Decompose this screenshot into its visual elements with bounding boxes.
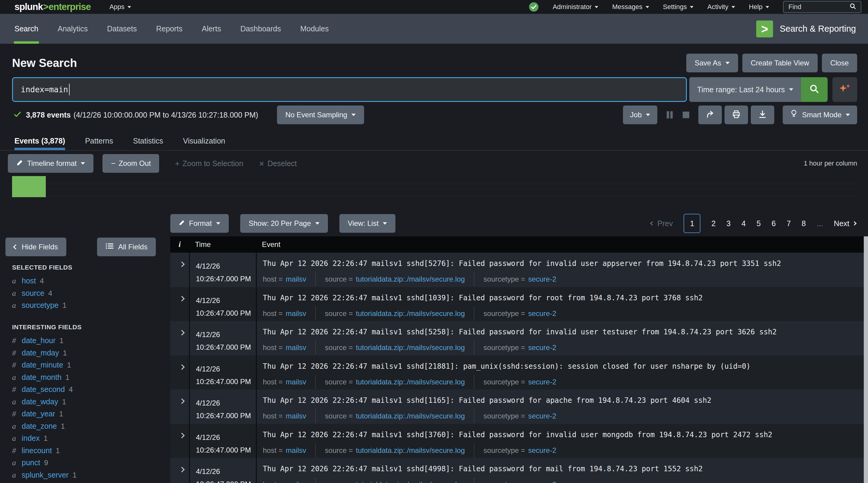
sourcetype-value-link[interactable]: secure-2: [528, 412, 556, 420]
expand-event-icon[interactable]: [179, 330, 184, 335]
nav-item-alerts[interactable]: Alerts: [202, 14, 221, 44]
source-value-link[interactable]: tutorialdata.zip:./mailsv/secure.log: [356, 378, 465, 386]
expand-event-icon[interactable]: [179, 433, 184, 438]
source-value-link[interactable]: tutorialdata.zip:./mailsv/secure.log: [356, 275, 465, 283]
sourcetype-value-link[interactable]: secure-2: [528, 343, 556, 352]
sourcetype-value-link[interactable]: secure-2: [528, 309, 556, 318]
field-item-sourcetype[interactable]: a sourcetype 1: [12, 301, 72, 313]
vertical-scrollbar[interactable]: [864, 236, 868, 483]
page-number-current[interactable]: 1: [684, 214, 701, 233]
host-value-link[interactable]: mailsv: [286, 480, 306, 483]
page-number[interactable]: 3: [726, 219, 731, 228]
page-number[interactable]: 5: [756, 219, 761, 228]
next-page-button[interactable]: Next: [834, 219, 856, 228]
field-item-date-second[interactable]: # date_second 4: [12, 385, 82, 397]
timeline-format-button[interactable]: Timeline format: [8, 154, 93, 173]
expand-event-icon[interactable]: [179, 296, 184, 301]
nav-item-dashboards[interactable]: Dashboards: [240, 14, 281, 44]
zoom-out-button[interactable]: Zoom Out: [102, 154, 159, 173]
page-number[interactable]: 7: [786, 219, 791, 228]
page-number[interactable]: 6: [772, 219, 776, 228]
save-as-button[interactable]: Save As: [686, 54, 738, 72]
prev-page-button[interactable]: Prev: [651, 219, 673, 228]
run-search-button[interactable]: [801, 77, 828, 102]
nav-item-analytics[interactable]: Analytics: [58, 14, 88, 44]
zoom-to-selection-button[interactable]: Zoom to Selection: [175, 159, 243, 168]
time-range-picker[interactable]: Time range: Last 24 hours: [689, 77, 801, 102]
tab-statistics[interactable]: Statistics: [133, 131, 163, 150]
source-value-link[interactable]: tutorialdata.zip:./mailsv/secure.log: [356, 446, 465, 455]
view-mode-button[interactable]: View: List: [339, 214, 396, 233]
field-item-host[interactable]: a host 4: [12, 276, 72, 289]
sourcetype-value-link[interactable]: secure-2: [528, 446, 556, 455]
field-item-date-minute[interactable]: # date_minute 1: [12, 361, 82, 373]
expand-event-icon[interactable]: [179, 364, 184, 370]
all-fields-button[interactable]: All Fields: [97, 238, 156, 256]
sourcetype-value-link[interactable]: secure-2: [528, 480, 556, 483]
nav-item-reports[interactable]: Reports: [156, 14, 183, 44]
field-item-date-mday[interactable]: # date_mday 1: [12, 349, 82, 361]
expand-event-icon[interactable]: [179, 262, 184, 267]
field-item-linecount[interactable]: # linecount 1: [12, 446, 82, 459]
host-value-link[interactable]: mailsv: [286, 378, 306, 386]
close-button[interactable]: Close: [822, 54, 857, 72]
apps-menu[interactable]: Apps: [110, 3, 131, 11]
sourcetype-value-link[interactable]: secure-2: [528, 378, 556, 386]
administrator-menu[interactable]: Administrator: [553, 3, 598, 11]
timeline-histogram-bar[interactable]: [12, 176, 46, 197]
tab-patterns[interactable]: Patterns: [85, 131, 113, 150]
page-number[interactable]: 8: [802, 219, 806, 228]
host-value-link[interactable]: mailsv: [286, 309, 306, 318]
source-value-link[interactable]: tutorialdata.zip:./mailsv/secure.log: [356, 343, 465, 352]
stop-job-icon[interactable]: [682, 111, 690, 119]
tab-visualization[interactable]: Visualization: [183, 131, 225, 150]
field-name: splunk_server: [22, 471, 69, 479]
find-input[interactable]: [788, 3, 846, 11]
help-menu[interactable]: Help: [749, 3, 769, 11]
splunk-logo[interactable]: splunk > enterprise: [14, 1, 91, 12]
host-value-link[interactable]: mailsv: [286, 412, 306, 420]
field-item-splunk-server[interactable]: a splunk_server 1: [12, 471, 82, 483]
field-item-date-year[interactable]: # date_year 1: [12, 410, 82, 422]
create-table-view-button[interactable]: Create Table View: [742, 54, 818, 72]
format-button[interactable]: Format: [170, 214, 229, 233]
host-value-link[interactable]: mailsv: [286, 343, 306, 352]
event-sampling-button[interactable]: No Event Sampling: [277, 105, 364, 124]
print-button[interactable]: [724, 105, 748, 124]
field-item-punct[interactable]: a punct 9: [12, 458, 82, 471]
field-item-index[interactable]: a index 1: [12, 434, 82, 446]
nav-item-datasets[interactable]: Datasets: [107, 14, 137, 44]
pause-job-icon[interactable]: [666, 110, 674, 119]
hide-fields-button[interactable]: Hide Fields: [5, 238, 66, 256]
sourcetype-value-link[interactable]: secure-2: [528, 275, 556, 283]
event-sampling-label: No Event Sampling: [285, 111, 347, 119]
deselect-button[interactable]: Deselect: [259, 159, 297, 168]
expand-event-icon[interactable]: [179, 398, 184, 404]
job-menu-button[interactable]: Job: [623, 105, 658, 124]
ai-assistant-button[interactable]: [832, 77, 857, 102]
search-query-input[interactable]: index=main: [12, 77, 687, 102]
messages-menu[interactable]: Messages: [612, 3, 649, 11]
field-item-date-wday[interactable]: a date_wday 1: [12, 397, 82, 410]
source-value-link[interactable]: tutorialdata.zip:./mailsv/secure.log: [356, 412, 465, 420]
search-mode-button[interactable]: Smart Mode: [783, 105, 857, 124]
tab-events[interactable]: Events (3,878): [14, 131, 65, 150]
nav-item-search[interactable]: Search: [14, 14, 38, 44]
share-job-button[interactable]: [698, 105, 722, 124]
activity-menu[interactable]: Activity: [707, 3, 735, 11]
page-number[interactable]: 4: [741, 219, 746, 228]
field-item-date-zone[interactable]: a date_zone 1: [12, 422, 82, 434]
field-item-source[interactable]: a source 4: [12, 289, 72, 301]
page-number[interactable]: 2: [711, 219, 715, 228]
nav-item-modules[interactable]: Modules: [300, 14, 329, 44]
expand-event-icon[interactable]: [179, 467, 184, 472]
settings-menu[interactable]: Settings: [663, 3, 694, 11]
per-page-button[interactable]: Show: 20 Per Page: [240, 214, 328, 233]
host-value-link[interactable]: mailsv: [286, 446, 306, 455]
host-value-link[interactable]: mailsv: [286, 275, 306, 283]
source-value-link[interactable]: tutorialdata.zip:./mailsv/secure.log: [356, 309, 465, 318]
source-value-link[interactable]: tutorialdata.zip:./mailsv/secure.log: [356, 480, 465, 483]
field-item-date-hour[interactable]: # date_hour 1: [12, 336, 82, 349]
export-button[interactable]: [751, 105, 774, 124]
field-item-date-month[interactable]: a date_month 1: [12, 373, 82, 385]
